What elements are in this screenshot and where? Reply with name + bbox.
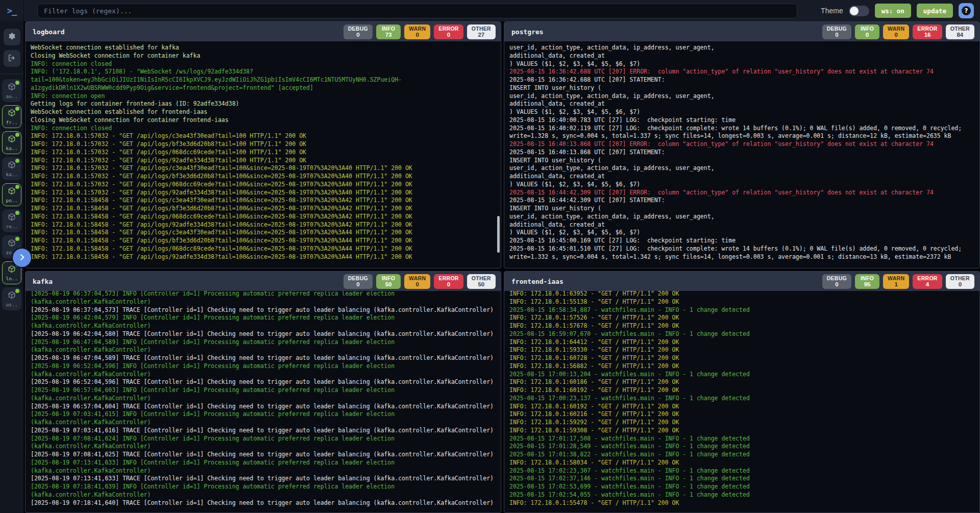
log-line: 2025-08-15 17:00:23,137 - watchfiles.mai… <box>509 395 974 403</box>
log-line: INFO: 172.18.0.1:56882 - "GET / HTTP/1.1… <box>509 362 974 371</box>
badge-label: DEBUG <box>827 275 847 281</box>
sidebar-item-container-4-po[interactable]: po.. <box>2 183 21 206</box>
status-running-dot <box>15 81 19 85</box>
badge-debug[interactable]: DEBUG0 <box>344 274 373 289</box>
log-line: INFO: 172.18.0.1:60192 - "GET / HTTP/1.1… <box>509 386 974 395</box>
badge-warn[interactable]: WARN0 <box>883 25 909 39</box>
badge-info[interactable]: INFO0 <box>855 25 879 39</box>
log-line: 2025-08-15 16:36:42.688 UTC [207] ERROR:… <box>509 68 974 76</box>
badge-error[interactable]: ERROR0 <box>434 25 463 39</box>
container-cube-icon <box>8 265 16 275</box>
badge-other[interactable]: OTHER27 <box>467 25 496 39</box>
badge-label: ERROR <box>917 275 937 281</box>
topbar-controls: Theme ws: on update ? <box>821 3 980 18</box>
status-running-dot <box>15 211 19 215</box>
log-line: INFO: 172.18.0.1:58458 - "GET /api/logs/… <box>31 197 496 205</box>
log-line: WebSocket connection established for fro… <box>31 108 496 116</box>
badge-count: 73 <box>381 32 396 38</box>
sidebar-item-container-2-ka[interactable]: ka.. <box>2 131 21 154</box>
log-line: 2025-08-15 16:40:02.119 UTC [27] LOG: ch… <box>509 125 974 133</box>
badge-label: DEBUG <box>827 26 847 32</box>
badge-label: INFO <box>860 26 875 32</box>
badge-label: OTHER <box>950 275 970 281</box>
badge-count: 0 <box>409 281 426 287</box>
badge-error[interactable]: ERROR0 <box>434 274 463 289</box>
sidebar-item-container-8-us[interactable]: us.. <box>2 287 21 310</box>
panel-header: postgresDEBUG0INFO0WARN0ERROR16OTHER84 <box>504 22 979 41</box>
log-line: [2025-08-19 06:52:04,596] TRACE [Control… <box>31 378 496 386</box>
log-line: write=1.328 s, sync=0.004 s, total=1.337… <box>509 132 974 140</box>
container-cube-icon <box>8 161 16 171</box>
log-line: INFO: 172.18.0.1:59292 - "GET / HTTP/1.1… <box>509 419 974 427</box>
log-line: 2025-08-15 16:36:42.688 UTC [207] STATEM… <box>509 76 974 84</box>
log-line: [2025-08-19 07:08:41,625] TRACE [Control… <box>31 451 496 459</box>
log-line: (kafka.controller.KafkaController) <box>31 395 496 403</box>
badge-info[interactable]: INFO50 <box>376 274 401 289</box>
log-line: INFO: connection open <box>31 92 496 101</box>
settings-button[interactable] <box>4 29 20 45</box>
log-line: INFO: 172.18.0.1:60192 - "GET / HTTP/1.1… <box>509 403 974 411</box>
badge-debug[interactable]: DEBUG0 <box>822 274 851 289</box>
log-line: (kafka.controller.KafkaController) <box>31 467 496 475</box>
log-line: INFO: ('172.18.0.1', 57108) - "WebSocket… <box>31 68 496 76</box>
badge-debug[interactable]: DEBUG0 <box>822 25 851 39</box>
status-running-dot <box>15 237 19 241</box>
sidebar-expand-button[interactable] <box>13 249 31 267</box>
level-badges: DEBUG0INFO50WARN0ERROR0OTHER50 <box>344 274 496 289</box>
badge-error[interactable]: ERROR4 <box>913 274 942 289</box>
log-line: INFO: 172.18.0.1:58458 - "GET /api/logs/… <box>31 213 496 221</box>
filter-input[interactable] <box>37 4 797 18</box>
status-running-dot <box>15 107 19 111</box>
log-line: INFO: 172.18.0.1:58458 - "GET /api/logs/… <box>31 221 496 229</box>
sidebar-item-container-5-re[interactable]: re.. <box>2 209 21 232</box>
badge-label: WARN <box>409 275 426 281</box>
sidebar: au..fr..ka..ka..po..re..zo..lo..us.. <box>0 21 23 513</box>
scrollbar-thumb[interactable] <box>497 216 500 253</box>
badge-warn[interactable]: WARN1 <box>883 274 909 289</box>
log-line: INFO: 172.18.0.1:59330 - "GET / HTTP/1.1… <box>509 346 974 354</box>
badge-info[interactable]: INFO73 <box>376 25 401 39</box>
log-line: additional_data, created_at <box>509 52 974 60</box>
container-label: au.. <box>6 94 18 99</box>
badge-warn[interactable]: WARN0 <box>404 25 430 39</box>
level-badges: DEBUG0INFO95WARN1ERROR4OTHER0 <box>822 274 974 289</box>
sidebar-item-container-1-fr[interactable]: fr.. <box>2 105 21 128</box>
log-line: (kafka.controller.KafkaController) <box>31 298 496 306</box>
badge-error[interactable]: ERROR16 <box>913 25 942 39</box>
log-line: write=1.332 s, sync=0.004 s, total=1.342… <box>509 253 974 261</box>
badge-count: 16 <box>917 32 937 38</box>
badge-count: 50 <box>472 281 491 287</box>
log-line: ) VALUES ($1, $2, $3, $4, $5, $6, $7) <box>509 181 974 189</box>
chevron-right-icon <box>18 253 26 263</box>
log-line: INFO: 172.18.0.1:57032 - "GET /api/logs/… <box>31 149 496 157</box>
badge-debug[interactable]: DEBUG0 <box>344 25 373 39</box>
log-line: INFO: 172.18.0.1:63952 - "GET / HTTP/1.1… <box>509 291 974 298</box>
logout-icon <box>8 54 16 64</box>
panels-grid: logboardDEBUG0INFO73WARN0ERROR0OTHER27We… <box>23 21 980 513</box>
badge-other[interactable]: OTHER0 <box>946 274 974 289</box>
theme-toggle[interactable] <box>849 6 869 16</box>
badge-info[interactable]: INFO95 <box>855 274 879 289</box>
update-button[interactable]: update <box>917 4 953 18</box>
badge-other[interactable]: OTHER50 <box>467 274 496 289</box>
help-button[interactable]: ? <box>959 3 974 18</box>
log-line: 2025-08-15 17:02:54,055 - watchfiles.mai… <box>509 491 974 499</box>
logout-button[interactable] <box>4 50 20 67</box>
badge-other[interactable]: OTHER84 <box>946 25 974 39</box>
badge-label: INFO <box>381 26 396 32</box>
topbar: >_ Theme ws: on update ? <box>0 0 980 21</box>
log-line: INFO: connection closed <box>31 60 496 68</box>
container-cube-icon <box>8 83 16 93</box>
log-line: 2025-08-15 16:40:13.868 UTC [207] ERROR:… <box>509 140 974 149</box>
sidebar-item-container-0-au[interactable]: au.. <box>2 79 21 102</box>
badge-count: 95 <box>860 281 875 287</box>
badge-count: 1 <box>888 281 904 287</box>
log-line: [2025-08-19 06:47:04,589] TRACE [Control… <box>31 354 496 362</box>
ws-status-button[interactable]: ws: on <box>875 4 911 18</box>
badge-warn[interactable]: WARN0 <box>404 274 430 289</box>
log-line: INFO: 172.18.0.1:59308 - "GET / HTTP/1.1… <box>509 427 974 435</box>
sidebar-item-container-3-ka[interactable]: ka.. <box>2 157 21 180</box>
container-label: ka.. <box>6 172 18 177</box>
log-line: (kafka.controller.KafkaController) <box>31 346 496 354</box>
panel-title: kafka <box>33 278 53 285</box>
